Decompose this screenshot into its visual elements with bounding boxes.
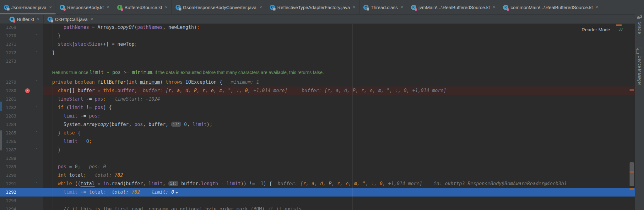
code-line-1282[interactable]: 1282˅ if (limit != pos) { (0, 103, 635, 112)
gutter: 1287˄ (0, 146, 43, 154)
tool-stripe-button-gradle[interactable]: Gradle (637, 15, 642, 34)
parameter-hint-chip: i1: (171, 122, 181, 127)
code-text: int total; total: 782 (43, 171, 635, 180)
editor-scrollbar[interactable] (629, 24, 634, 210)
tab-label: Thread.class (371, 5, 398, 10)
code-line-1281[interactable]: 1281 lineStart -= pos; lineStart: -1024 (0, 95, 635, 103)
code-text: limit += total; total: 782 limit: 0 (43, 188, 635, 197)
editor-pane: CJsonReader.java×KResponseBody.kt×IBuffe… (0, 0, 635, 210)
tab-responsebody-kt[interactable]: KResponseBody.kt× (56, 0, 113, 14)
close-tab-icon[interactable]: × (259, 5, 262, 9)
code-line-1287[interactable]: 1287˄ } (0, 146, 635, 154)
fold-down-icon[interactable]: ˅ (33, 103, 40, 112)
close-tab-icon[interactable]: × (353, 5, 355, 9)
tool-stripe-button-device-manager[interactable]: Device Manager (637, 48, 642, 85)
code-text: char[] buffer = this.buffer; buffer: [r,… (43, 87, 635, 95)
code-line-1283[interactable]: 1283 limit -= pos; (0, 112, 635, 120)
java-class-icon: C (176, 5, 181, 10)
kotlin-badge-icon (13, 20, 15, 23)
code-line-1293[interactable]: 1293 (0, 197, 635, 205)
lock-badge-icon (7, 8, 10, 11)
tool-stripe-label: Device Manager (637, 55, 642, 85)
code-line-1291[interactable]: 1291˅ while ((total = in.read(buffer, li… (0, 180, 635, 188)
kotlin-file-icon: K (9, 17, 15, 22)
fold-up-icon[interactable]: ˄ (33, 146, 40, 154)
error-stripe-mark (630, 188, 634, 190)
tool-stripe-label: Gradle (637, 22, 642, 34)
code-line-1292[interactable]: 1292 limit += total; total: 782 limit: 0 (0, 188, 635, 197)
close-tab-icon[interactable]: × (106, 5, 109, 9)
code-line-1286[interactable]: 1286 limit = 0; (0, 137, 635, 146)
close-tab-icon[interactable]: × (90, 17, 93, 21)
code-text: private boolean fillBuffer(int minimum) … (43, 78, 635, 87)
editor-area[interactable]: 1269 pathNames = Arrays.copyOf(pathNames… (0, 24, 635, 210)
gradle-elephant-icon (637, 15, 642, 19)
tab-label: BufferedSource.kt (125, 5, 162, 10)
code-line-1288[interactable]: 1288 (0, 154, 635, 163)
line-number: 1292 (0, 188, 16, 197)
fold-up-icon[interactable]: ˄ (33, 49, 40, 57)
indent-guide (58, 109, 58, 152)
tab-label: GsonResponseBodyConverter.java (183, 5, 257, 10)
close-tab-icon[interactable]: × (401, 5, 403, 9)
line-number: 1291 (0, 180, 16, 188)
fold-up-icon[interactable]: ˄ (33, 32, 40, 40)
code-line-1294[interactable]: 1294 // if this is the first read, consu… (0, 205, 635, 210)
code-text: while ((total = in.read(buffer, limit, i… (43, 180, 635, 188)
indent-guide (52, 24, 52, 47)
line-number: 1288 (0, 154, 16, 163)
code-line-1285[interactable]: 1285˅ } else { (0, 129, 635, 137)
kotlin-badge-icon (63, 8, 66, 11)
close-tab-icon[interactable]: × (49, 5, 52, 9)
tab-commonmain-realbufferedsource-kt[interactable]: KcommonMain\...\RealBufferedSource.kt× (499, 0, 602, 14)
tab-okhttpcall-java[interactable]: COkHttpCall.java× (44, 15, 97, 24)
tab-jsonreader-java[interactable]: CJsonReader.java× (0, 0, 56, 14)
code-line-1284[interactable]: 1284 System.arraycopy(buffer, pos, buffe… (0, 120, 635, 129)
line-number: 1279 (0, 78, 16, 87)
right-tool-stripe: GradleDevice Manager (635, 0, 644, 210)
code-line-1280[interactable]: 1280✓ char[] buffer = this.buffer; buffe… (0, 87, 635, 95)
code-line-1269[interactable]: 1269 pathNames = Arrays.copyOf(pathNames… (0, 24, 635, 32)
code-line-1273[interactable]: 1273 (0, 57, 635, 66)
rendered-doc-comment[interactable]: Returns true once limit - pos >= minimum… (0, 66, 635, 78)
close-tab-icon[interactable]: × (165, 5, 167, 9)
lock-badge-icon (273, 8, 276, 11)
inspections-ok-check-icon[interactable]: ✓✓ (618, 27, 624, 33)
tab-buffer-kt[interactable]: KBuffer.kt× (6, 15, 44, 24)
code-line-1271[interactable]: 1271 stack[stackSize++] = newTop; (0, 40, 635, 49)
tab-reflectivetypeadapterfactory-java[interactable]: CReflectiveTypeAdapterFactory.java× (266, 0, 360, 14)
gutter: 1289 (0, 163, 43, 171)
line-number: 1273 (0, 57, 16, 66)
breakpoint-verified-icon[interactable]: ✓ (25, 88, 30, 93)
tab-label: ReflectiveTypeAdapterFactory.java (277, 5, 350, 10)
reader-mode-widget[interactable]: Reader Mode ✓✓ (582, 26, 624, 33)
gutter: 1294 (0, 205, 43, 210)
close-tab-icon[interactable]: × (37, 17, 40, 21)
close-tab-icon[interactable]: × (493, 5, 495, 9)
fold-down-icon[interactable]: ˅ (33, 78, 40, 87)
code-line-1272[interactable]: 1272˄ } (0, 49, 635, 57)
tab-thread-class[interactable]: CThread.class× (360, 0, 407, 14)
error-stripe-dash (616, 24, 622, 26)
gutter: 1291˅ (0, 180, 43, 188)
fold-down-icon[interactable]: ˅ (33, 129, 40, 137)
close-tab-icon[interactable]: × (596, 5, 598, 9)
code-area: 1269 pathNames = Arrays.copyOf(pathNames… (0, 24, 635, 210)
gutter: 1273 (0, 57, 43, 66)
java-class-icon: C (4, 5, 9, 10)
code-line-1289[interactable]: 1289 pos = 0; pos: 0 (0, 163, 635, 171)
code-text: } (43, 32, 635, 40)
code-line-1290[interactable]: 1290 int total; total: 782 (0, 171, 635, 180)
tab-jvmmain-realbufferedsource-kt[interactable]: KjvmMain\...\RealBufferedSource.kt× (407, 0, 500, 14)
code-line-1270[interactable]: 1270˄ } (0, 32, 635, 40)
line-number: 1272 (0, 49, 16, 57)
tab-gsonresponsebodyconverter-java[interactable]: CGsonResponseBodyConverter.java× (172, 0, 266, 14)
kotlin-file-icon: K (411, 5, 416, 10)
code-line-1279[interactable]: 1279˅ private boolean fillBuffer(int min… (0, 78, 635, 87)
fold-down-icon[interactable]: ˅ (33, 180, 40, 188)
scrollbar-thumb[interactable] (630, 162, 634, 186)
lock-badge-icon (179, 8, 181, 11)
tab-bufferedsource-kt[interactable]: IBufferedSource.kt× (113, 0, 172, 14)
expand-hint-chevron-icon[interactable] (176, 192, 178, 194)
line-number: 1269 (0, 24, 16, 32)
